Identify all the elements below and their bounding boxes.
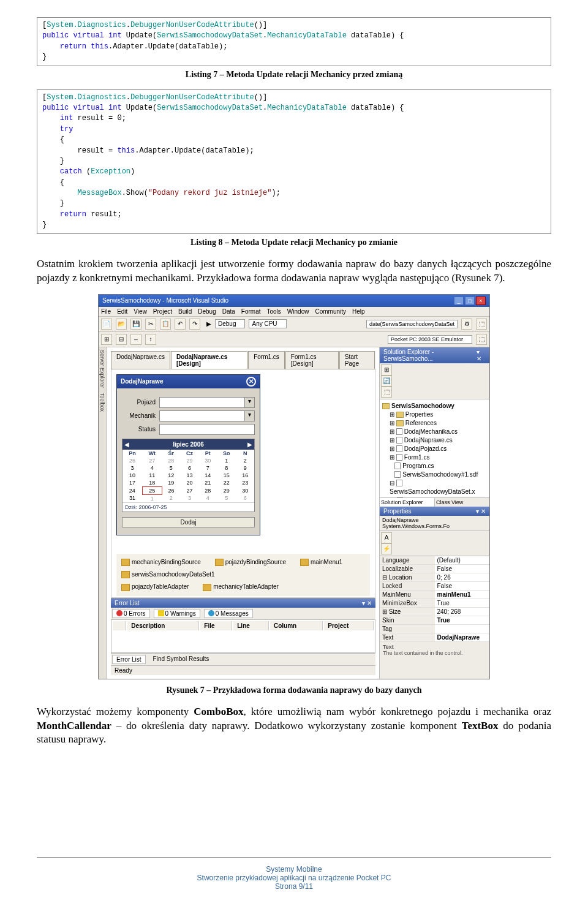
menu-item[interactable]: Help: [352, 308, 365, 315]
toolbar-button[interactable]: ⊞: [101, 334, 112, 345]
editor-tab[interactable]: Form1.cs: [248, 351, 285, 369]
device-form: DodajNaprawe ✕ Pojazd▾ Mechanik▾ Status …: [116, 374, 260, 535]
body-paragraph-2: Wykorzystać możemy komponenty ComboBox, …: [37, 705, 551, 747]
errors-tab[interactable]: 0 Errors: [112, 609, 150, 618]
calendar-grid: PnWtŚrCzPtSoN 262728293012 3456789 10111…: [123, 450, 254, 502]
cal-prev-icon[interactable]: ◀: [124, 441, 129, 448]
folder-icon: [396, 412, 404, 418]
cs-file-icon: [396, 445, 402, 452]
toolbar-button[interactable]: A: [381, 532, 392, 543]
toolbar-button[interactable]: ⬚: [476, 334, 487, 345]
code-line: }: [42, 53, 47, 61]
tray-item[interactable]: mechanicyBindingSource: [121, 559, 201, 566]
month-calendar[interactable]: ◀ lipiec 2006 ▶ PnWtŚrCzPtSoN 2627282930…: [122, 439, 255, 512]
combo-mechanik[interactable]: ▾: [159, 410, 255, 421]
editor-tab[interactable]: Start Page: [339, 351, 375, 369]
toolbar-button[interactable]: ↔: [130, 334, 141, 345]
designer-area: DodajNaprawe.cs DodajNaprawe.cs [Design]…: [107, 347, 379, 679]
xsd-file-icon: [396, 480, 402, 486]
textbox-status[interactable]: [159, 424, 255, 435]
menu-item[interactable]: Window: [287, 308, 309, 315]
maximize-button[interactable]: □: [465, 296, 475, 305]
toolbar-button[interactable]: ⬚: [381, 387, 392, 398]
code-line: {: [42, 178, 64, 187]
status-bar: Ready: [111, 665, 375, 675]
editor-tab[interactable]: Form1.cs [Design]: [285, 351, 339, 369]
minimize-button[interactable]: _: [454, 296, 464, 305]
tray-item[interactable]: mainMenu1: [300, 559, 342, 566]
toolbar-button[interactable]: ⊟: [116, 334, 127, 345]
code-line: return result;: [42, 210, 122, 219]
toolbox-tab[interactable]: Toolbox: [99, 390, 106, 414]
config-select[interactable]: Debug: [215, 319, 245, 328]
cal-month: lipiec 2006: [173, 441, 204, 448]
menu-item[interactable]: Data: [222, 308, 235, 315]
tray-item[interactable]: serwisSamochodowyDataSet1: [121, 571, 215, 578]
label-pojazd: Pojazd: [122, 399, 156, 406]
window-titlebar: SerwisSamochodowy - Microsoft Visual Stu…: [99, 295, 489, 307]
toolbar-button[interactable]: 📂: [116, 319, 127, 330]
solution-tree[interactable]: SerwisSamochodowy ⊞ Properties ⊞ Referen…: [380, 399, 489, 497]
menu-item[interactable]: Format: [241, 308, 261, 315]
platform-select[interactable]: Any CPU: [249, 319, 286, 328]
class-view-tab[interactable]: Class View: [435, 498, 489, 507]
menu-item[interactable]: Community: [315, 308, 346, 315]
toolbar-button[interactable]: ⚡: [381, 543, 392, 554]
toolbar-button[interactable]: 🔄: [381, 376, 392, 387]
editor-tab[interactable]: DodajNaprawe.cs [Design]: [171, 351, 247, 369]
toolbar-button[interactable]: 📄: [101, 319, 112, 330]
toolbar-1: 📄 📂 💾 ✂ 📋 ↶ ↷ ▶ Debug Any CPU date(Serwi…: [99, 317, 489, 332]
error-list-tab-bottom[interactable]: Error List: [112, 655, 146, 664]
cal-today[interactable]: Dziś: 2006-07-25: [123, 502, 254, 512]
menu-item[interactable]: File: [101, 308, 111, 315]
menu-item[interactable]: Edit: [117, 308, 127, 315]
tray-item[interactable]: pojazdyBindingSource: [215, 559, 287, 566]
toolbar-button[interactable]: ⊞: [381, 364, 392, 376]
menu-item[interactable]: Project: [153, 308, 172, 315]
server-explorer-tab[interactable]: Server Explorer: [99, 347, 106, 391]
device-close-icon[interactable]: ✕: [246, 377, 256, 387]
menu-item[interactable]: Build: [178, 308, 192, 315]
toolbar-button[interactable]: ↷: [189, 319, 200, 330]
dodaj-button[interactable]: Dodaj: [122, 517, 255, 527]
properties-grid[interactable]: Language(Default) LocalizableFalse ⊟ Loc…: [380, 556, 489, 642]
code-line: return this.Adapter.Update(dataTable);: [42, 42, 227, 51]
body-paragraph-1: Ostatnim krokiem tworzenia aplikacji jes…: [37, 257, 551, 285]
editor-tab[interactable]: DodajNaprawe.cs: [111, 351, 170, 369]
window-buttons: _ □ ×: [454, 296, 486, 305]
tray-item[interactable]: pojazdyTableAdapter: [121, 583, 189, 591]
tray-item[interactable]: mechanicyTableAdapter: [203, 583, 279, 591]
close-button[interactable]: ×: [476, 296, 486, 305]
combo-pojazd[interactable]: ▾: [159, 397, 255, 408]
toolbar-button[interactable]: ⚙: [461, 319, 472, 330]
dataset-select[interactable]: date(SerwisSamochodowyDataSet: [366, 320, 458, 328]
code-line: public virtual int Update(SerwisSamochod…: [42, 104, 404, 112]
info-icon: [208, 610, 214, 616]
toolbar-button[interactable]: ↕: [145, 334, 156, 345]
code-line: MessageBox.Show("Podany rekord juz istni…: [42, 189, 281, 197]
listing-caption-8: Listing 8 – Metoda Update relacji Mechan…: [37, 238, 551, 247]
warning-icon: [158, 610, 164, 616]
messages-tab[interactable]: 0 Messages: [204, 609, 253, 618]
toolbar-button[interactable]: 💾: [130, 319, 141, 330]
toolbar-button[interactable]: ⬚: [476, 319, 487, 330]
toolbar-button[interactable]: ✂: [145, 319, 156, 330]
properties-object-select[interactable]: DodajNaprawe System.Windows.Forms.Fo: [380, 516, 489, 531]
warnings-tab[interactable]: 0 Warnings: [154, 609, 200, 618]
cs-file-icon: [396, 428, 402, 435]
toolbar-button[interactable]: 📋: [160, 319, 171, 330]
vs-screenshot: SerwisSamochodowy - Microsoft Visual Stu…: [98, 294, 490, 679]
menu-item[interactable]: Debug: [198, 308, 216, 315]
code-line: {: [42, 135, 64, 144]
code-line: int result = 0;: [42, 114, 126, 123]
find-results-tab-bottom[interactable]: Find Symbol Results: [149, 655, 213, 664]
label-status: Status: [122, 426, 156, 432]
code-line: result = this.Adapter.Update(dataTable);: [42, 146, 254, 155]
solution-explorer-tab[interactable]: Solution Explorer: [380, 498, 435, 507]
menu-item[interactable]: Tools: [267, 308, 281, 315]
cal-next-icon[interactable]: ▶: [247, 441, 252, 448]
menu-item[interactable]: View: [134, 308, 147, 315]
toolbar-button[interactable]: ↶: [175, 319, 186, 330]
emulator-select[interactable]: Pocket PC 2003 SE Emulator: [388, 335, 472, 344]
footer-line-3: Strona 9/11: [37, 882, 551, 891]
